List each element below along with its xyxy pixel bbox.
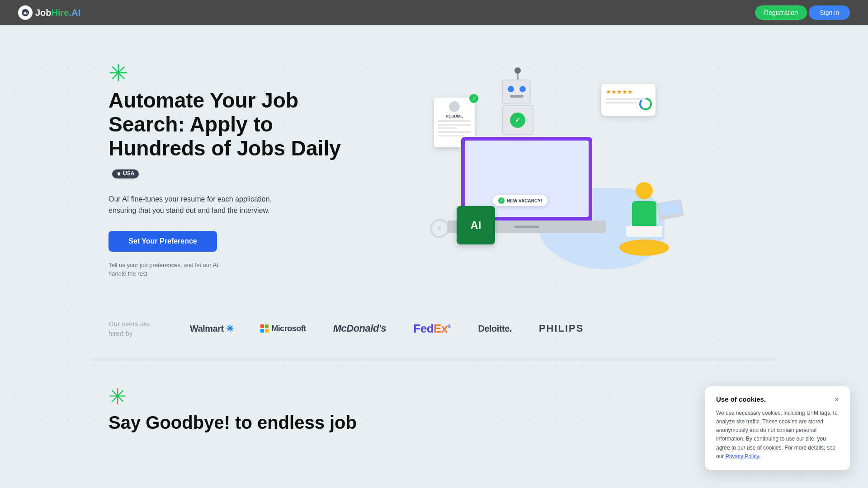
person-legs [626,226,662,237]
companies-logos: Walmart ✳ Microsoft McDonald's FedEx® De… [190,322,584,336]
hero-hint: Tell us your job preferences, and let ou… [108,261,226,278]
robot-mouth [510,95,524,98]
banana-seat [619,239,669,256]
resume-line-3 [438,127,458,129]
companies-label-line2: hired by [108,329,132,337]
cookie-title: Use of cookies. [716,395,766,403]
hero-subtitle: Our AI fine-tunes your resume for each a… [108,193,298,216]
robot-antenna [517,70,519,80]
cookie-banner: Use of cookies. × We use necessary cooki… [705,386,850,470]
mcdonalds-logo: McDonald's [333,323,387,334]
stars-row: ★★★★★ [606,89,651,95]
registration-button[interactable]: Registration [755,5,807,20]
svg-marker-3 [118,174,120,176]
hero-asterisk: ✳ [108,61,362,85]
nav-buttons: Registration Sign in [755,5,850,20]
logo-hire: Hire [52,8,69,18]
hero-section: ✳ Automate Your Job Search: Apply to Hun… [0,25,868,305]
companies-label-line1: Our users are [108,320,150,328]
logo-text: JobHire.AI [35,8,80,18]
logo-icon: JH [18,5,33,20]
fedex-logo: FedEx® [413,322,451,336]
vacancy-badge: ✓ NEW VACANCY! [493,195,547,206]
robot-eye-right [519,86,526,92]
person-head [636,182,653,199]
svg-text:JH: JH [23,11,28,15]
pie-chart [639,98,652,110]
privacy-policy-link[interactable]: Privacy Policy. [726,453,760,460]
cookie-header: Use of cookies. × [716,395,839,404]
ai-label: AI [471,219,481,232]
resume-line-1 [438,120,471,122]
location-icon [117,172,121,176]
walmart-logo: Walmart ✳ [190,323,233,334]
usa-text: USA [123,171,134,177]
companies-section: Our users are hired by Walmart ✳ Microso… [0,305,868,361]
philips-logo: PHILIPS [539,323,584,334]
resume-check-badge: ✓ [469,94,478,103]
logo-job: Job [35,8,52,18]
microsoft-logo: Microsoft [260,324,306,333]
cookie-text: We use necessary cookies, including UTM … [716,409,839,461]
nav-logo: JH JobHire.AI [18,5,80,20]
resume-line-2 [438,124,471,126]
goodbye-title: Say Goodbye! to endless job [108,413,760,433]
signin-button[interactable]: Sign in [809,5,850,20]
logo-symbol: JH [21,8,30,17]
logo-ai: .AI [69,8,80,18]
ai-cube: AI [457,206,495,244]
vacancy-text: NEW VACANCY! [507,198,542,203]
stars-card: ★★★★★ [601,84,656,116]
robot-body: ✓ [502,105,533,135]
hero-right: ✓ RESUME [362,61,741,269]
navbar: JH JobHire.AI Registration Sign in [0,0,868,25]
goodbye-asterisk: ✳ [108,384,760,409]
set-preference-button[interactable]: Set Your Preference [108,231,217,252]
resume-line-5 [438,135,464,136]
hero-title-line1: Automate Your Job [108,89,298,112]
resume-label: RESUME [438,114,471,118]
companies-label: Our users are hired by [108,319,163,338]
resume-avatar [449,101,460,112]
robot-chest-circle: ✓ [510,113,525,128]
person-body [632,201,656,226]
mini-laptop [656,199,684,221]
cookie-close-button[interactable]: × [834,395,839,404]
hero-left: ✳ Automate Your Job Search: Apply to Hun… [108,52,362,278]
robot-head [502,80,531,104]
person-sitting [619,182,669,256]
hero-title-line3: Hundreds of Jobs Daily [108,136,341,160]
hero-title-line2: Search: Apply to [108,113,273,136]
resume-line-4 [438,131,471,133]
microsoft-text: Microsoft [271,324,306,333]
robot-eye-left [508,86,514,92]
hero-illustration: ✓ RESUME [420,61,683,269]
cookie-body-text: We use necessary cookies, including UTM … [716,410,838,460]
usa-badge: USA [112,169,139,178]
deloitte-logo: Deloitte. [478,324,511,334]
hero-title: Automate Your Job Search: Apply to Hundr… [108,89,362,184]
robot-figure: ✓ [502,70,533,135]
